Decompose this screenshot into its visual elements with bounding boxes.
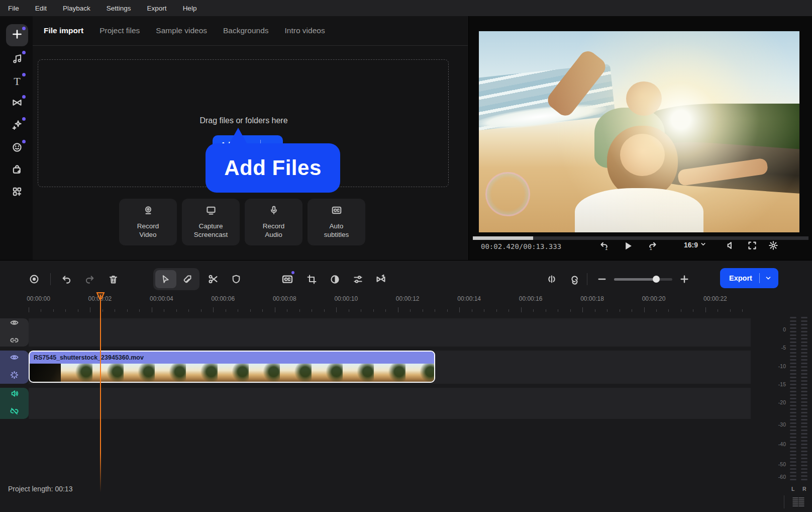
aspect-ratio-select[interactable]: 16:9	[684, 240, 706, 249]
callout-label: Add Files	[224, 156, 322, 180]
fullscreen-button[interactable]	[747, 240, 757, 250]
tab-file-import[interactable]: File import	[44, 26, 83, 35]
delete-button[interactable]	[103, 269, 123, 289]
store-icon	[12, 164, 23, 177]
meter-dash	[790, 465, 796, 466]
video-preview[interactable]	[479, 31, 799, 232]
sidebar-item-stickers[interactable]	[6, 137, 28, 159]
motion-burst-icon[interactable]	[10, 370, 19, 382]
menu-playback[interactable]: Playback	[63, 5, 90, 12]
link-icon[interactable]	[10, 335, 19, 347]
eye-icon[interactable]	[10, 318, 19, 329]
menu-file[interactable]: File	[8, 5, 19, 12]
sidebar-item-transitions[interactable]	[6, 93, 28, 115]
ruler-tick	[139, 309, 140, 312]
tab-sample-videos[interactable]: Sample videos	[156, 26, 207, 35]
link-clips-button[interactable]	[564, 269, 584, 289]
tab-intro-videos[interactable]: Intro videos	[285, 26, 325, 35]
tab-project-files[interactable]: Project files	[99, 26, 140, 35]
record-video-button[interactable]: Record Video	[119, 199, 177, 245]
sidebar-item-import[interactable]	[6, 24, 28, 46]
eye-icon[interactable]	[10, 353, 19, 364]
audio-levels-button[interactable]	[542, 269, 562, 289]
subtitles-tool-button[interactable]	[277, 269, 297, 289]
meter-dash	[801, 408, 807, 410]
record-audio-button[interactable]: Record Audio	[245, 199, 302, 245]
shield-icon[interactable]	[226, 269, 246, 289]
prev-frame-button[interactable]: 1	[598, 240, 610, 251]
ruler-tick	[238, 309, 238, 312]
unlink-icon[interactable]	[10, 406, 19, 418]
new-badge	[22, 140, 26, 143]
zoom-in-button[interactable]	[674, 269, 694, 289]
chevron-down-icon[interactable]	[760, 275, 777, 282]
ruler-tick	[435, 309, 435, 312]
timeline: Export 00:00:0000:00:0200:00:0400:00:060…	[0, 260, 812, 512]
playhead-handle[interactable]	[95, 292, 106, 304]
next-frame-button[interactable]: 1	[647, 240, 658, 251]
sidebar-item-store[interactable]	[6, 159, 28, 182]
speaker-icon[interactable]	[10, 389, 19, 400]
audio-track-lane[interactable]	[29, 388, 751, 419]
ruler-tick	[730, 309, 731, 312]
redo-button[interactable]	[79, 269, 99, 289]
meter-divider	[784, 495, 784, 508]
meter-dash	[801, 373, 807, 375]
meter-dash	[801, 366, 807, 368]
menu-help[interactable]: Help	[183, 5, 197, 12]
export-button[interactable]: Export	[720, 268, 778, 288]
meter-dash	[801, 352, 807, 354]
tab-backgrounds[interactable]: Backgrounds	[223, 26, 268, 35]
ruler-tick	[718, 309, 718, 312]
menu-settings[interactable]: Settings	[107, 5, 131, 12]
transition-tool-button[interactable]	[371, 269, 391, 289]
sidebar-item-effects[interactable]	[6, 115, 28, 137]
record-button[interactable]	[24, 269, 44, 289]
sidebar-item-audio[interactable]	[6, 48, 28, 70]
zoom-out-button[interactable]	[592, 269, 612, 289]
auto-subtitles-button[interactable]: Auto subtitles	[308, 199, 365, 245]
split-button[interactable]	[203, 269, 223, 289]
ruler-tick	[213, 307, 214, 312]
play-button[interactable]	[623, 240, 634, 251]
toolbar-divider	[587, 273, 587, 285]
transitions-icon	[12, 97, 23, 110]
marker-tool-button[interactable]	[177, 269, 197, 289]
ruler-label: 00:00:18	[570, 295, 615, 302]
meter-dash	[790, 451, 796, 452]
ruler-tick	[558, 309, 558, 312]
meter-dash	[801, 412, 807, 413]
mute-button[interactable]	[725, 240, 735, 250]
timeline-zoom-slider[interactable]	[614, 278, 672, 281]
crop-button[interactable]	[301, 269, 322, 289]
ruler-tick	[29, 307, 29, 312]
menu-export[interactable]: Export	[147, 5, 167, 12]
meter-dash	[790, 352, 796, 354]
overlay-track-lane[interactable]	[29, 318, 751, 347]
ruler-tick	[546, 309, 546, 312]
sidebar-item-titles[interactable]: T	[6, 70, 28, 93]
meter-dash	[790, 458, 796, 459]
settings-sliders-button[interactable]	[348, 269, 368, 289]
meter-dash	[801, 359, 807, 361]
zoom-slider-knob[interactable]	[653, 276, 660, 283]
meter-scale-label: 0	[766, 326, 786, 332]
sidebar-item-elements[interactable]	[6, 182, 28, 204]
timeline-clip[interactable]: RS7545_shutterstock_23945360.mov	[29, 351, 435, 383]
dropzone-text: Drag files or folders here	[38, 116, 449, 125]
meter-toggle-button[interactable]	[792, 496, 805, 509]
action-label: Record Video	[131, 222, 166, 239]
ruler-tick	[398, 307, 398, 312]
preview-progress-bar[interactable]	[473, 236, 808, 240]
capture-screencast-button[interactable]: Capture Screencast	[182, 199, 240, 245]
select-tool-button[interactable]	[155, 269, 175, 289]
zoom-slider-fill	[614, 278, 656, 281]
menu-edit[interactable]: Edit	[35, 5, 47, 12]
color-adjust-button[interactable]	[325, 269, 345, 289]
video-track-header	[0, 351, 29, 384]
meter-scale-label: -30	[766, 421, 786, 428]
preview-settings-button[interactable]	[768, 240, 778, 250]
undo-button[interactable]	[56, 269, 76, 289]
meter-scale-label: -15	[766, 381, 786, 387]
timeline-ruler[interactable]: 00:00:0000:00:0200:00:0400:00:0600:00:08…	[0, 292, 812, 313]
